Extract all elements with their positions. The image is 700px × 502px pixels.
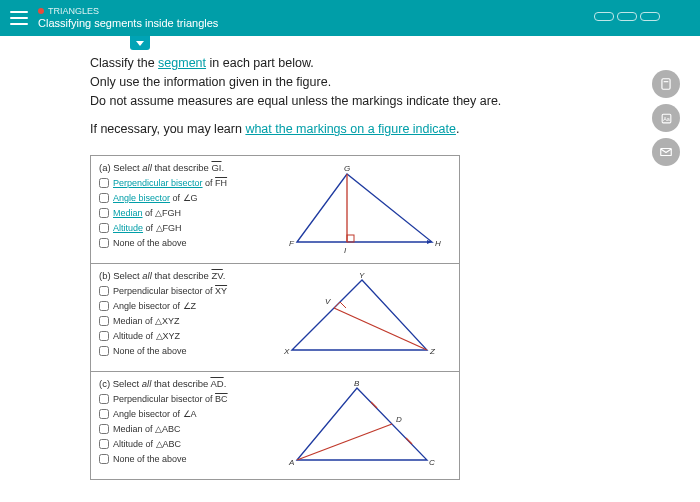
svg-text:G: G: [344, 164, 350, 173]
options-b: (b) Select all that describe ZV.Perpendi…: [99, 270, 264, 365]
svg-text:C: C: [429, 458, 435, 467]
part-a: (a) Select all that describe GI.Perpendi…: [91, 156, 459, 264]
option-c-0[interactable]: Perpendicular bisector of BC: [99, 394, 264, 404]
instruction-text: .: [456, 122, 459, 136]
dictionary-button[interactable]: Aa: [652, 104, 680, 132]
side-toolbar: Aa: [652, 70, 680, 166]
progress-seg: [640, 12, 660, 21]
figure-a: G F H I: [270, 162, 453, 257]
option-label: None of the above: [113, 238, 187, 248]
option-a-2[interactable]: Median of △FGH: [99, 208, 264, 218]
part-c: (c) Select all that describe AD.Perpendi…: [91, 372, 459, 479]
part-b: (b) Select all that describe ZV.Perpendi…: [91, 264, 459, 372]
figure-c: B A C D: [270, 378, 453, 473]
instruction-text: If necessary, you may learn: [90, 122, 245, 136]
option-c-2[interactable]: Median of △ABC: [99, 424, 264, 434]
svg-marker-8: [297, 174, 432, 242]
problem-box: (a) Select all that describe GI.Perpendi…: [90, 155, 460, 480]
svg-text:Aa: Aa: [663, 115, 670, 121]
option-c-3[interactable]: Altitude of △ABC: [99, 439, 264, 449]
markings-link[interactable]: what the markings on a figure indicate: [245, 122, 456, 136]
option-label: Median of △XYZ: [113, 316, 180, 326]
option-label: Angle bisector of ∠G: [113, 193, 198, 203]
calculator-button[interactable]: [652, 70, 680, 98]
checkbox-a-3[interactable]: [99, 223, 109, 233]
checkbox-a-2[interactable]: [99, 208, 109, 218]
checkbox-c-2[interactable]: [99, 424, 109, 434]
checkbox-a-4[interactable]: [99, 238, 109, 248]
checkbox-b-0[interactable]: [99, 286, 109, 296]
svg-text:A: A: [288, 458, 294, 467]
checkbox-a-0[interactable]: [99, 178, 109, 188]
page-title: Classifying segments inside triangles: [38, 17, 218, 30]
prompt-b: (b) Select all that describe ZV.: [99, 270, 264, 281]
app-header: TRIANGLES Classifying segments inside tr…: [0, 0, 700, 36]
checkbox-b-2[interactable]: [99, 316, 109, 326]
instructions: Classify the segment in each part below.…: [90, 54, 610, 139]
instruction-text: in each part below.: [206, 56, 314, 70]
svg-line-24: [371, 402, 377, 408]
checkbox-b-3[interactable]: [99, 331, 109, 341]
svg-text:I: I: [344, 246, 347, 255]
option-label: Altitude of △XYZ: [113, 331, 180, 341]
option-b-1[interactable]: Angle bisector of ∠Z: [99, 301, 264, 311]
option-a-4[interactable]: None of the above: [99, 238, 264, 248]
svg-text:B: B: [354, 379, 360, 388]
option-label: Median of △ABC: [113, 424, 181, 434]
option-label: None of the above: [113, 346, 187, 356]
svg-text:H: H: [435, 239, 441, 248]
progress-indicator: [594, 12, 660, 21]
figure-b: Y X Z V: [270, 270, 453, 365]
progress-seg: [594, 12, 614, 21]
option-label: None of the above: [113, 454, 187, 464]
options-a: (a) Select all that describe GI.Perpendi…: [99, 162, 264, 257]
instruction-text: Classify the: [90, 56, 158, 70]
prompt-c: (c) Select all that describe AD.: [99, 378, 264, 389]
svg-line-25: [406, 438, 412, 444]
svg-text:Z: Z: [429, 347, 436, 356]
checkbox-a-1[interactable]: [99, 193, 109, 203]
svg-text:V: V: [325, 297, 331, 306]
option-label: Altitude of △FGH: [113, 223, 182, 233]
instruction-text: Only use the information given in the fi…: [90, 75, 331, 89]
option-b-4[interactable]: None of the above: [99, 346, 264, 356]
dropdown-toggle[interactable]: [130, 36, 150, 50]
checkbox-c-1[interactable]: [99, 409, 109, 419]
checkbox-c-4[interactable]: [99, 454, 109, 464]
checkbox-b-1[interactable]: [99, 301, 109, 311]
prompt-a: (a) Select all that describe GI.: [99, 162, 264, 173]
svg-rect-0: [662, 79, 670, 90]
svg-line-17: [334, 308, 427, 350]
svg-text:X: X: [283, 347, 290, 356]
option-b-0[interactable]: Perpendicular bisector of XY: [99, 286, 264, 296]
option-a-1[interactable]: Angle bisector of ∠G: [99, 193, 264, 203]
option-b-2[interactable]: Median of △XYZ: [99, 316, 264, 326]
option-label: Perpendicular bisector of BC: [113, 394, 228, 404]
progress-seg: [617, 12, 637, 21]
svg-marker-22: [297, 388, 427, 460]
header-titles: TRIANGLES Classifying segments inside tr…: [38, 6, 218, 30]
option-label: Angle bisector of ∠A: [113, 409, 197, 419]
option-a-0[interactable]: Perpendicular bisector of FH: [99, 178, 264, 188]
mail-button[interactable]: [652, 138, 680, 166]
option-label: Angle bisector of ∠Z: [113, 301, 196, 311]
svg-text:Y: Y: [359, 271, 365, 280]
option-label: Perpendicular bisector of FH: [113, 178, 227, 188]
option-a-3[interactable]: Altitude of △FGH: [99, 223, 264, 233]
category-label: TRIANGLES: [48, 6, 99, 17]
option-label: Perpendicular bisector of XY: [113, 286, 227, 296]
svg-rect-10: [347, 235, 354, 242]
option-c-1[interactable]: Angle bisector of ∠A: [99, 409, 264, 419]
menu-icon[interactable]: [10, 11, 28, 25]
instruction-text: Do not assume measures are equal unless …: [90, 94, 501, 108]
checkbox-c-0[interactable]: [99, 394, 109, 404]
option-b-3[interactable]: Altitude of △XYZ: [99, 331, 264, 341]
option-label: Altitude of △ABC: [113, 439, 181, 449]
svg-marker-16: [292, 280, 427, 350]
option-c-4[interactable]: None of the above: [99, 454, 264, 464]
segment-link[interactable]: segment: [158, 56, 206, 70]
option-label: Median of △FGH: [113, 208, 181, 218]
options-c: (c) Select all that describe AD.Perpendi…: [99, 378, 264, 473]
checkbox-c-3[interactable]: [99, 439, 109, 449]
checkbox-b-4[interactable]: [99, 346, 109, 356]
